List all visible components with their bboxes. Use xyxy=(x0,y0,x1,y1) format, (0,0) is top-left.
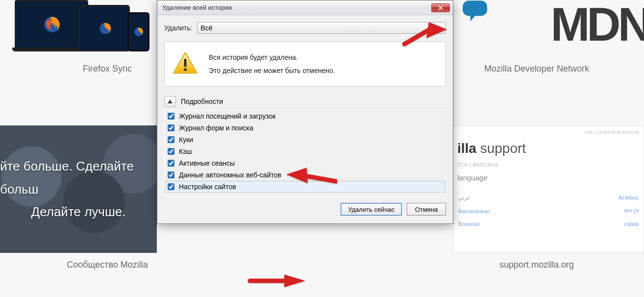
tile-label-support[interactable]: support.mozilla.org xyxy=(429,260,644,279)
support-language-label: language xyxy=(453,169,644,191)
check-browsing[interactable] xyxy=(168,113,174,120)
dialog-titlebar[interactable]: Удаление всей истории xyxy=(157,0,453,15)
hero-line1: йте больше. Сделайте больш xyxy=(0,155,157,201)
check-forms[interactable] xyxy=(168,124,174,131)
details-label: Подробности xyxy=(181,98,223,105)
warning-line2: Это действие не может быть отменено. xyxy=(209,64,335,77)
firefox-icon xyxy=(134,27,144,37)
bottom-label-middle xyxy=(215,260,429,279)
svg-rect-3 xyxy=(184,59,187,67)
warning-icon xyxy=(173,51,198,76)
support-topbar: ASK A QUESTION SIGN IN xyxy=(453,130,644,138)
details-toggle-button[interactable] xyxy=(164,96,176,107)
check-row-sessions[interactable]: Активные сеансы xyxy=(165,157,446,169)
bottom-labels-row: Сообщество Mozilla support.mozilla.org xyxy=(0,260,644,279)
check-row-cache[interactable]: Кэш xyxy=(165,146,446,157)
details-checklist: Журнал посещений и загрузок Журнал форм … xyxy=(164,110,446,193)
delete-range-combobox[interactable]: Всё xyxy=(197,22,446,34)
check-offline[interactable] xyxy=(168,172,174,178)
mdn-logo-icon xyxy=(458,0,492,22)
check-cache[interactable] xyxy=(168,148,174,155)
support-language-table: عربيAzərbay Bamanankanবাংলা (বা Bosanski… xyxy=(453,191,644,231)
tile-label-community[interactable]: Сообщество Mozilla xyxy=(0,260,215,279)
support-subheading: TCH LANGUAGE xyxy=(453,159,644,169)
cancel-button[interactable]: Отмена xyxy=(407,203,446,216)
check-sessions[interactable] xyxy=(168,160,174,167)
support-tile[interactable]: ASK A QUESTION SIGN IN illa support TCH … xyxy=(453,125,644,253)
chevron-down-icon xyxy=(439,24,443,32)
svg-point-4 xyxy=(184,68,187,71)
warning-panel: Вся история будет удалена. Это действие … xyxy=(164,42,446,86)
warning-line1: Вся история будет удалена. xyxy=(209,51,335,64)
devices-thumbnail xyxy=(15,0,147,54)
support-title: illa support xyxy=(453,138,644,159)
hero-banner: йте больше. Сделайте больш Делайте лучше… xyxy=(0,125,157,253)
delete-range-label: Удалить: xyxy=(164,24,192,32)
check-row-siteprefs[interactable]: Настройки сайтов xyxy=(165,181,446,193)
firefox-icon xyxy=(99,22,112,35)
check-row-offline[interactable]: Данные автономных веб-сайтов xyxy=(165,169,446,181)
delete-range-value: Всё xyxy=(200,24,212,32)
check-cookies[interactable] xyxy=(168,136,174,143)
tile-label-mdn[interactable]: Mozilla Developer Network xyxy=(429,64,644,83)
dialog-button-row: Удалить сейчас Отмена xyxy=(157,193,453,223)
delete-now-button[interactable]: Удалить сейчас xyxy=(341,203,402,216)
check-row-forms[interactable]: Журнал форм и поиска xyxy=(165,122,446,134)
clear-history-dialog: Удаление всей истории Удалить: Всё xyxy=(157,0,453,224)
mdn-logo-text: MDN xyxy=(550,0,644,51)
dialog-title: Удаление всей истории xyxy=(162,4,232,11)
hero-line2: Делайте лучше. xyxy=(31,200,126,223)
close-button[interactable] xyxy=(431,3,450,12)
firefox-icon xyxy=(43,16,61,33)
check-row-cookies[interactable]: Куки xyxy=(165,134,446,146)
check-row-browsing[interactable]: Журнал посещений и загрузок xyxy=(165,110,446,122)
check-siteprefs[interactable] xyxy=(168,183,174,190)
